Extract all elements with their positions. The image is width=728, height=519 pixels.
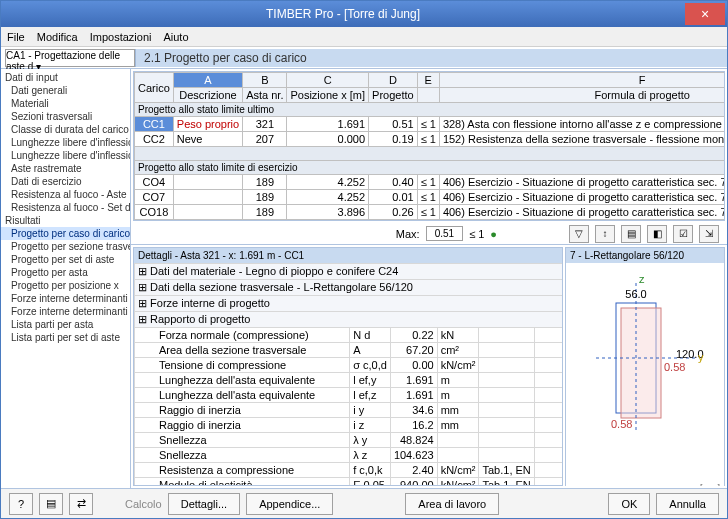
col-letter: D [369, 73, 418, 88]
details-header: Dettagli - Asta 321 - x: 1.691 m - CC1 [134, 248, 562, 263]
nav-item[interactable]: Aste rastremate [1, 162, 130, 175]
units-button[interactable]: ⇄ [69, 493, 93, 515]
menu-file[interactable]: File [7, 31, 25, 43]
nav-item[interactable]: Lista parti per set di aste [1, 331, 130, 344]
nav-item[interactable]: Dati generali [1, 84, 130, 97]
max-compare: ≤ 1 [469, 228, 484, 240]
result-grid[interactable]: Carico A B C D E F G H Descrizione Asta … [133, 71, 725, 221]
check-ok-icon: ● [490, 228, 497, 240]
menu-edit[interactable]: Modifica [37, 31, 78, 43]
nav-item[interactable]: Forze interne determinanti per s [1, 305, 130, 318]
col-asta: Asta nr. [243, 88, 287, 103]
nav-group-results[interactable]: Risultati [1, 214, 130, 227]
nav-item[interactable]: Progetto per set di aste [1, 253, 130, 266]
ok-button[interactable]: OK [608, 493, 650, 515]
window-title: TIMBER Pro - [Torre di Jung] [1, 7, 685, 21]
col-carico: Carico [135, 73, 174, 103]
grid-section: Progetto allo stato limite ultimo [135, 103, 726, 117]
unit-label: [mm] [700, 483, 720, 486]
col-letter: B [243, 73, 287, 88]
view-button[interactable]: ▤ [621, 225, 641, 243]
svg-text:y: y [698, 351, 704, 363]
svg-text:0.58: 0.58 [664, 361, 685, 373]
col-prog: Progetto [369, 88, 418, 103]
svg-text:z: z [639, 273, 645, 285]
nav-item[interactable]: Progetto per posizione x [1, 279, 130, 292]
report-button[interactable]: ▤ [39, 493, 63, 515]
col-letter: C [287, 73, 369, 88]
nav-item[interactable]: Lunghezze libere d'inflessione - [1, 149, 130, 162]
nav-group-input[interactable]: Dati di input [1, 71, 130, 84]
appendix-button[interactable]: Appendice... [246, 493, 333, 515]
app-window: TIMBER Pro - [Torre di Jung] × File Modi… [0, 0, 728, 519]
max-value: 0.51 [426, 226, 463, 241]
table-row[interactable]: CC2Neve2070.0000.19≤ 1152) Resistenza de… [135, 132, 726, 147]
module-select[interactable]: CA1 - Progettazione delle aste d ▾ [5, 49, 135, 67]
nav-panel: Dati di input Dati generali Materiali Se… [1, 69, 131, 488]
col-cmp [417, 88, 439, 103]
nav-item[interactable]: Progetto per asta [1, 266, 130, 279]
close-button[interactable]: × [685, 3, 725, 25]
menu-settings[interactable]: Impostazioni [90, 31, 152, 43]
titlebar: TIMBER Pro - [Torre di Jung] × [1, 1, 727, 27]
calc-label: Calcolo [125, 498, 162, 510]
nav-item-selected[interactable]: Progetto per caso di carico [1, 227, 130, 240]
nav-item[interactable]: Lista parti per asta [1, 318, 130, 331]
col-pos: Posizione x [m] [287, 88, 369, 103]
svg-text:56.0: 56.0 [625, 288, 646, 300]
col-letter: F [439, 73, 725, 88]
nav-item[interactable]: Progetto per sezione trasversal [1, 240, 130, 253]
module-row: CA1 - Progettazione delle aste d ▾ 2.1 P… [1, 47, 727, 69]
menubar: File Modifica Impostazioni Aiuto [1, 27, 727, 47]
col-letter: E [417, 73, 439, 88]
chart-button[interactable]: ◧ [647, 225, 667, 243]
table-row[interactable]: CO71894.2520.01≤ 1406) Esercizio - Situa… [135, 190, 726, 205]
nav-item[interactable]: Materiali [1, 97, 130, 110]
help-button[interactable]: ? [9, 493, 33, 515]
filter-button[interactable]: ▽ [569, 225, 589, 243]
details-button[interactable]: Dettagli... [168, 493, 240, 515]
nav-item[interactable]: Resistenza al fuoco - Aste [1, 188, 130, 201]
workspace-button[interactable]: Area di lavoro [405, 493, 499, 515]
section-preview[interactable]: 56.0 120.0 0.58 0.58 y z [mm] [566, 263, 724, 486]
table-row[interactable]: CO41894.2520.40≤ 1406) Esercizio - Situa… [135, 175, 726, 190]
footer: ? ▤ ⇄ Calcolo Dettagli... Appendice... A… [1, 488, 727, 518]
nav-item[interactable]: Classe di durata del carico e di s [1, 123, 130, 136]
export-button[interactable]: ⇲ [699, 225, 719, 243]
table-row[interactable]: CO181893.8960.26≤ 1406) Esercizio - Situ… [135, 205, 726, 220]
cancel-button[interactable]: Annulla [656, 493, 719, 515]
max-label: Max: [396, 228, 420, 240]
svg-text:0.58: 0.58 [611, 418, 632, 430]
preview-header: 7 - L-Rettangolare 56/120 [566, 248, 724, 263]
nav-item[interactable]: Sezioni trasversali [1, 110, 130, 123]
menu-help[interactable]: Aiuto [163, 31, 188, 43]
max-row: Max: 0.51 ≤ 1 ● ▽ ↕ ▤ ◧ ☑ ⇲ [131, 223, 727, 245]
nav-item[interactable]: Dati di esercizio [1, 175, 130, 188]
select-button[interactable]: ☑ [673, 225, 693, 243]
col-formula: Formula di progetto [439, 88, 725, 103]
col-letter: A [173, 73, 242, 88]
section-title: 2.1 Progetto per caso di carico [135, 49, 727, 67]
sort-button[interactable]: ↕ [595, 225, 615, 243]
col-descr: Descrizione [173, 88, 242, 103]
nav-item[interactable]: Resistenza al fuoco - Set di aste [1, 201, 130, 214]
details-panel[interactable]: Dettagli - Asta 321 - x: 1.691 m - CC1 ⊞… [133, 247, 563, 486]
nav-item[interactable]: Forze interne determinanti per a [1, 292, 130, 305]
table-row[interactable]: CC1Peso proprio3211.6910.51≤ 1328) Asta … [135, 117, 726, 132]
svg-rect-1 [621, 308, 661, 418]
preview-panel: 7 - L-Rettangolare 56/120 56.0 120.0 0.5… [565, 247, 725, 486]
section-svg: 56.0 120.0 0.58 0.58 y z [566, 263, 725, 486]
grid-section: Progetto allo stato limite di esercizio [135, 161, 726, 175]
nav-item[interactable]: Lunghezze libere d'inflessione - [1, 136, 130, 149]
